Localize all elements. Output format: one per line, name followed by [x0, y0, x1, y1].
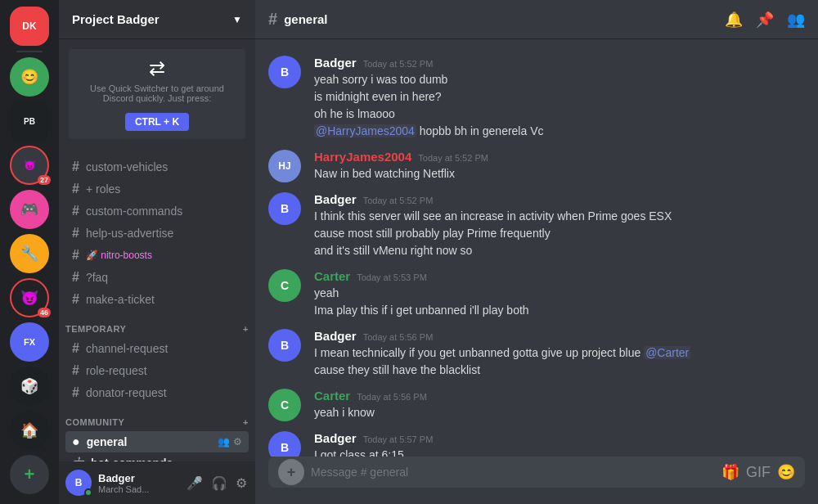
- message-group: B Badger Today at 5:56 PM I mean technic…: [255, 326, 818, 382]
- quick-switcher-button[interactable]: CTRL + K: [125, 113, 189, 131]
- hash-icon: #: [72, 341, 79, 356]
- sidebar-item-role-request[interactable]: # role-request: [65, 360, 249, 381]
- hash-icon: #: [72, 292, 79, 307]
- message-text: yeah: [314, 285, 805, 302]
- message-timestamp: Today at 5:52 PM: [418, 153, 488, 163]
- members-icon[interactable]: 👥: [787, 11, 805, 29]
- server-icon-7[interactable]: 🎲: [10, 367, 49, 406]
- gif-icon[interactable]: GIF: [746, 464, 771, 481]
- message-text: @HarryJames2004 hopbb bh in generela Vc: [314, 123, 805, 140]
- attach-button[interactable]: +: [278, 459, 304, 485]
- message-text: Naw in bed watching Netflix: [314, 165, 805, 182]
- server-icon-4[interactable]: 🔧: [10, 234, 49, 273]
- message-input[interactable]: [311, 457, 715, 488]
- settings-icon[interactable]: ⚙: [233, 436, 242, 448]
- server-icon-add[interactable]: +: [10, 455, 49, 494]
- message-header: Carter Today at 5:53 PM: [314, 269, 805, 283]
- mic-icon[interactable]: 🎤: [185, 474, 204, 493]
- channel-name: general: [284, 12, 327, 26]
- avatar: B: [268, 329, 301, 362]
- message-content: Carter Today at 5:56 PM yeah i know: [314, 389, 805, 421]
- server-icon-8[interactable]: 🏠: [10, 411, 49, 450]
- message-text: is midnight even in here?: [314, 88, 805, 106]
- sidebar-header[interactable]: Project Badger ▼: [59, 0, 255, 39]
- username: Badger: [98, 472, 178, 484]
- message-content: HarryJames2004 Today at 5:52 PM Naw in b…: [314, 150, 805, 182]
- sidebar-item-help-us-advertise[interactable]: # help-us-advertise: [65, 223, 249, 244]
- footer-icons: 🎤 🎧 ⚙: [185, 474, 249, 493]
- add-channel-icon[interactable]: +: [243, 417, 249, 427]
- online-indicator: [84, 488, 92, 497]
- server-badge-2: 27: [38, 175, 51, 185]
- message-group: HJ HarryJames2004 Today at 5:52 PM Naw i…: [255, 146, 818, 186]
- gift-icon[interactable]: 🎁: [721, 463, 739, 481]
- sidebar-item-roles[interactable]: # + roles: [65, 178, 249, 200]
- sidebar: Project Badger ▼ ⇄ Use Quick Switcher to…: [59, 0, 255, 504]
- message-timestamp: Today at 5:57 PM: [363, 434, 434, 444]
- message-group: C Carter Today at 5:53 PM yeah Ima play …: [255, 266, 818, 322]
- message-header: Badger Today at 5:52 PM: [314, 56, 805, 70]
- server-icon-6[interactable]: FX: [10, 322, 49, 362]
- sidebar-item-donator-request[interactable]: # donator-request: [65, 382, 249, 403]
- avatar: C: [268, 389, 301, 421]
- hash-icon: #: [72, 204, 79, 218]
- server-icon-pb[interactable]: PB: [10, 101, 49, 141]
- message-content: Badger Today at 5:52 PM I think this ser…: [314, 192, 805, 259]
- headphone-icon[interactable]: 🎧: [209, 474, 229, 493]
- server-divider: [16, 51, 43, 52]
- sidebar-item-bot-commands[interactable]: 🤖 bot-commands: [65, 453, 249, 461]
- sidebar-item-nitro-boosts[interactable]: # 🚀 nitro-boosts: [65, 245, 249, 266]
- message-author: Badger: [314, 329, 357, 343]
- chat-input-area: + 🎁 GIF 😊: [255, 457, 818, 504]
- server-icon-dk[interactable]: DK: [10, 7, 49, 46]
- chat-input-wrapper: + 🎁 GIF 😊: [268, 457, 805, 488]
- sidebar-item-channel-request[interactable]: # channel-request: [65, 338, 249, 359]
- server-name: Project Badger: [72, 12, 160, 26]
- sidebar-item-custom-vehicles[interactable]: # custom-vehicles: [65, 156, 249, 178]
- hash-icon: #: [72, 363, 79, 378]
- chat-header-right: 🔔 📌 👥: [725, 11, 805, 29]
- server-icon-5[interactable]: 😈 46: [10, 278, 49, 317]
- user-info: Badger March Sad...: [98, 472, 178, 494]
- message-group: B Badger Today at 5:52 PM I think this s…: [255, 189, 818, 263]
- pin-icon[interactable]: 📌: [756, 11, 774, 29]
- message-author: Badger: [314, 431, 357, 445]
- server-icon-2[interactable]: 😈 27: [10, 146, 49, 185]
- avatar: B: [268, 192, 301, 225]
- mention[interactable]: @Carter: [644, 346, 690, 359]
- avatar: C: [268, 269, 301, 302]
- message-group: B Badger Today at 5:52 PM yeah sorry i w…: [255, 52, 818, 143]
- message-text: Ima play this if i get unbanned i'll pla…: [314, 302, 805, 319]
- sidebar-item-make-a-ticket[interactable]: # make-a-ticket: [65, 289, 249, 310]
- channel-hash-icon: #: [268, 10, 277, 29]
- message-content: Badger Today at 5:57 PM I got class at 6…: [314, 431, 805, 457]
- settings-icon[interactable]: ⚙: [234, 474, 249, 493]
- server-icon-3[interactable]: 🎮: [10, 190, 49, 229]
- message-timestamp: Today at 5:56 PM: [357, 392, 427, 402]
- notification-icon[interactable]: 🔔: [725, 11, 743, 29]
- input-right-icons: 🎁 GIF 😊: [721, 463, 795, 481]
- message-author: Badger: [314, 56, 357, 70]
- section-community[interactable]: COMMUNITY +: [59, 404, 255, 430]
- message-text: cause they still have the blacklist: [314, 362, 805, 379]
- message-header: Badger Today at 5:57 PM: [314, 431, 805, 445]
- quick-switcher-text: Use Quick Switcher to get around Discord…: [79, 83, 236, 103]
- sidebar-item-general[interactable]: ● general 👥 ⚙: [65, 431, 249, 452]
- server-icon-1[interactable]: 😊: [10, 57, 49, 97]
- section-temporary[interactable]: TEMPORARY +: [59, 311, 255, 337]
- message-text: oh he is lmaooo: [314, 106, 805, 123]
- sidebar-item-faq[interactable]: # ?faq: [65, 267, 249, 288]
- hash-icon: #: [72, 182, 79, 196]
- message-text: yeah i know: [314, 404, 805, 421]
- message-header: Carter Today at 5:56 PM: [314, 389, 805, 403]
- hash-icon: #: [72, 385, 79, 400]
- mention[interactable]: @HarryJames2004: [314, 124, 416, 137]
- sidebar-item-custom-commands[interactable]: # custom-commands: [65, 200, 249, 222]
- emoji-icon[interactable]: 😊: [777, 463, 795, 481]
- message-text: and it's still vMenu right now so: [314, 242, 805, 259]
- hash-icon: #: [72, 226, 79, 241]
- add-channel-icon[interactable]: +: [243, 324, 249, 334]
- message-text: I got class at 6:15: [314, 447, 805, 457]
- message-timestamp: Today at 5:56 PM: [363, 332, 434, 342]
- message-author: Badger: [314, 192, 357, 206]
